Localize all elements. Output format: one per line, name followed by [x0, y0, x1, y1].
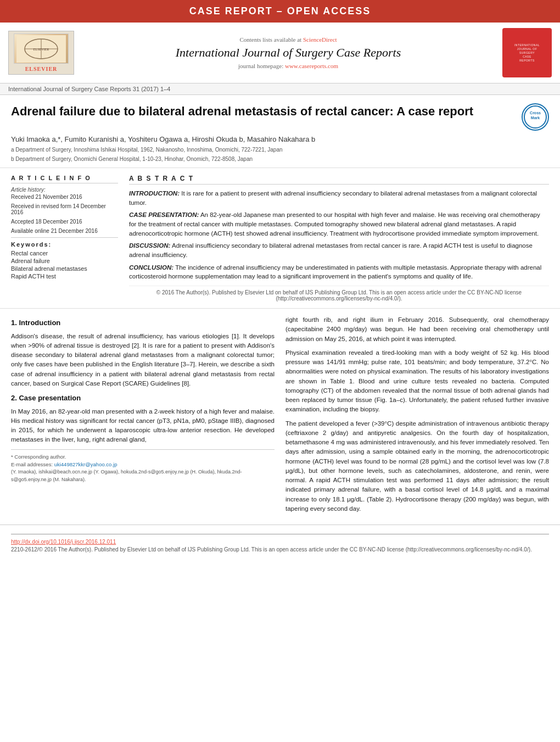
journal-badge: INTERNATIONALJOURNAL OFSURGERYCASEREPORT…: [502, 28, 552, 77]
corresponding-note: * Corresponding author. E-mail addresses…: [11, 449, 275, 484]
doi-link[interactable]: http://dx.doi.org/10.1016/j.ijscr.2016.1…: [11, 539, 116, 545]
authors-emails: (Y. Imaoka), ishikai@beach.ocn.ne.jp (Y.…: [11, 468, 275, 483]
svg-text:Cross: Cross: [530, 111, 541, 115]
elsevier-label: ELSEVIER: [25, 66, 58, 72]
keyword-4: Rapid ACTH test: [11, 273, 118, 280]
right-para2: Physical examination revealed a tired-lo…: [285, 348, 549, 415]
history-label: Article history:: [11, 187, 118, 193]
section2-heading: 2. Case presentation: [11, 393, 275, 404]
article-title-row: Adrenal failure due to bilateral adrenal…: [11, 103, 549, 131]
abstract-area: A B S T R A C T INTRODUCTION: It is rare…: [129, 175, 549, 302]
keyword-2: Adrenal failure: [11, 258, 118, 264]
doi-line: http://dx.doi.org/10.1016/j.ijscr.2016.1…: [11, 539, 549, 545]
keywords-title: Keywords:: [11, 237, 118, 248]
email-label: E-mail addresses: uki449827kkr@yahoo.co.…: [11, 461, 275, 468]
article-info-panel: A R T I C L E I N F O Article history: R…: [11, 175, 118, 302]
top-banner: CASE REPORT – OPEN ACCESS: [0, 0, 560, 23]
footer-area: http://dx.doi.org/10.1016/j.ijscr.2016.1…: [0, 525, 560, 559]
section1-para1: Addison's disease, the result of adrenal…: [11, 332, 275, 389]
journal-homepage: journal homepage: www.casereports.com: [80, 63, 497, 69]
authors: Yuki Imaoka a,*, Fumito Kuranishi a, Yos…: [11, 135, 549, 143]
citation-bar: International Journal of Surgery Case Re…: [0, 83, 560, 95]
svg-text:ELSEVIER: ELSEVIER: [33, 48, 49, 51]
intro-label: INTRODUCTION:: [129, 190, 180, 197]
banner-text: CASE REPORT – OPEN ACCESS: [189, 5, 371, 16]
affiliation-a: a Department of Surgery, Innoshima Ishik…: [11, 147, 549, 153]
journal-title-header: International Journal of Surgery Case Re…: [80, 46, 497, 60]
article-info-title: A R T I C L E I N F O: [11, 175, 118, 183]
issn-line: 2210-2612/© 2016 The Author(s). Publishe…: [11, 546, 549, 553]
received-date: Received 21 November 2016: [11, 194, 118, 200]
journal-logo-right: INTERNATIONALJOURNAL OFSURGERYCASEREPORT…: [502, 28, 552, 77]
section2-para1: In May 2016, an 82-year-old man presente…: [11, 407, 275, 445]
intro-text: It is rare for a patient to present with…: [129, 190, 537, 206]
footer-divider: [11, 534, 549, 534]
received-revised-label: Received in revised form 14 December 201…: [11, 203, 118, 215]
keyword-1: Rectal cancer: [11, 250, 118, 256]
section1-num: 1.: [11, 319, 17, 327]
article-title: Adrenal failure due to bilateral adrenal…: [11, 103, 522, 120]
sciencedirect-anchor[interactable]: ScienceDirect: [303, 36, 337, 43]
elsevier-box: ELSEVIER ELSEVIER: [8, 31, 74, 75]
conclusion-label: CONCLUSION:: [129, 264, 173, 271]
body-right-col: right fourth rib, and right ilium in Feb…: [285, 315, 549, 518]
journal-logo-left: ELSEVIER ELSEVIER: [8, 31, 74, 75]
discussion-label: DISCUSSION:: [129, 242, 170, 249]
section1-heading: 1. Introduction: [11, 317, 275, 328]
available-online: Available online 21 December 2016: [11, 228, 118, 234]
journal-header: ELSEVIER ELSEVIER Contents lists availab…: [0, 23, 560, 83]
content-area: A R T I C L E I N F O Article history: R…: [0, 168, 560, 309]
case-label: CASE PRESENTATION:: [129, 211, 199, 218]
body-left-col: 1. Introduction Addison's disease, the r…: [11, 315, 275, 518]
conclusion-text: The incidence of adrenal insufficiency m…: [129, 264, 541, 280]
homepage-link[interactable]: www.casereports.com: [285, 63, 338, 69]
open-access-note: © 2016 The Author(s). Published by Elsev…: [129, 286, 549, 302]
keyword-3: Bilateral adrenal metastases: [11, 265, 118, 272]
email1-link[interactable]: uki449827kkr@yahoo.co.jp: [54, 461, 117, 467]
crossmark-badge: Cross Mark: [522, 103, 549, 131]
article-area: Adrenal failure due to bilateral adrenal…: [0, 95, 560, 168]
affiliation-b: b Department of Surgery, Onomichi Genera…: [11, 156, 549, 162]
body-area: 1. Introduction Addison's disease, the r…: [0, 309, 560, 525]
right-para3: The patient developed a fever (>39°C) de…: [285, 419, 549, 514]
accepted-date: Accepted 18 December 2016: [11, 219, 118, 225]
section2-num: 2.: [11, 394, 17, 402]
abstract-discussion: DISCUSSION: Adrenal insufficiency second…: [129, 241, 549, 259]
abstract-intro: INTRODUCTION: It is rare for a patient t…: [129, 189, 549, 207]
right-para1: right fourth rib, and right ilium in Feb…: [285, 315, 549, 344]
elsevier-logo-img: ELSEVIER: [14, 34, 69, 64]
abstract-title: A B S T R A C T: [129, 175, 549, 185]
section2-title: Case presentation: [19, 394, 81, 402]
corresponding-label: * Corresponding author.: [11, 453, 275, 461]
section1-title: Introduction: [19, 319, 60, 327]
journal-center: Contents lists available at ScienceDirec…: [80, 36, 497, 69]
abstract-case: CASE PRESENTATION: An 82-year-old Japane…: [129, 210, 549, 238]
abstract-conclusion: CONCLUSION: The incidence of adrenal ins…: [129, 263, 549, 281]
discussion-text: Adrenal insufficiency secondary to bilat…: [129, 242, 533, 258]
svg-text:Mark: Mark: [531, 116, 540, 120]
sciencedirect-link: Contents lists available at ScienceDirec…: [80, 36, 497, 43]
